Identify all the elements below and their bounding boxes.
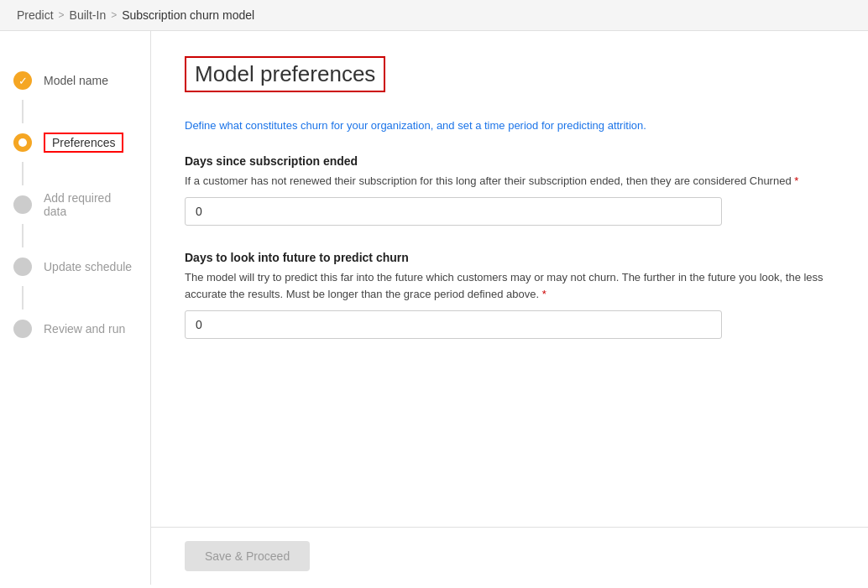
content-area: Model preferences Define what constitute… — [151, 31, 868, 585]
field-group-days-future: Days to look into future to predict chur… — [185, 251, 834, 339]
field-group-days-since: Days since subscription ended If a custo… — [185, 154, 834, 226]
field-description-days-future: The model will try to predict this far i… — [185, 269, 834, 302]
save-proceed-button[interactable]: Save & Proceed — [185, 541, 310, 571]
step-dot-review-and-run — [13, 320, 32, 338]
sidebar-item-add-required-data[interactable]: Add required data — [0, 185, 150, 224]
sidebar-label-review-and-run: Review and run — [44, 322, 125, 336]
breadcrumb-predict[interactable]: Predict — [17, 8, 54, 22]
content-scroll: Model preferences Define what constitute… — [151, 31, 868, 527]
breadcrumb-sep-2: > — [111, 9, 117, 21]
step-dot-add-required-data — [13, 195, 32, 214]
sidebar-item-model-name[interactable]: Model name — [0, 61, 150, 100]
step-connector-3 — [22, 224, 24, 247]
required-star-2: * — [542, 288, 546, 300]
field-description-days-since: If a customer has not renewed their subs… — [185, 173, 834, 190]
sidebar-label-model-name: Model name — [44, 74, 108, 87]
sidebar-label-update-schedule: Update schedule — [44, 260, 132, 273]
required-star-1: * — [794, 174, 798, 187]
field-label-days-future: Days to look into future to predict chur… — [185, 251, 834, 264]
subtitle-text: Define what constitutes churn for your o… — [185, 117, 834, 134]
sidebar-label-add-required-data: Add required data — [44, 191, 137, 218]
step-dot-model-name — [13, 71, 32, 90]
step-connector-1 — [22, 100, 24, 123]
sidebar-label-preferences: Preferences — [44, 133, 123, 153]
content-footer: Save & Proceed — [151, 527, 868, 585]
breadcrumb-sep-1: > — [59, 9, 65, 21]
step-dot-update-schedule — [13, 258, 32, 276]
sidebar: Model name Preferences Add required data — [0, 31, 151, 585]
breadcrumb: Predict > Built-In > Subscription churn … — [0, 0, 868, 31]
step-connector-4 — [22, 286, 24, 310]
step-dot-inner-preferences — [18, 138, 27, 147]
sidebar-item-review-and-run[interactable]: Review and run — [0, 310, 150, 348]
sidebar-item-preferences[interactable]: Preferences — [0, 123, 150, 162]
breadcrumb-current: Subscription churn model — [122, 8, 254, 22]
sidebar-item-update-schedule[interactable]: Update schedule — [0, 247, 150, 286]
input-days-since[interactable] — [185, 197, 722, 226]
input-days-future[interactable] — [185, 310, 722, 339]
preferences-box: Preferences — [44, 133, 123, 153]
section-title-wrapper: Model preferences — [185, 56, 834, 106]
section-title: Model preferences — [185, 56, 385, 92]
main-layout: Model name Preferences Add required data — [0, 31, 868, 585]
sidebar-steps: Model name Preferences Add required data — [0, 48, 150, 362]
breadcrumb-builtin[interactable]: Built-In — [70, 8, 107, 22]
checkmark-icon — [18, 74, 28, 87]
field-label-days-since: Days since subscription ended — [185, 154, 834, 168]
step-connector-2 — [22, 162, 24, 185]
step-dot-preferences — [13, 133, 32, 152]
